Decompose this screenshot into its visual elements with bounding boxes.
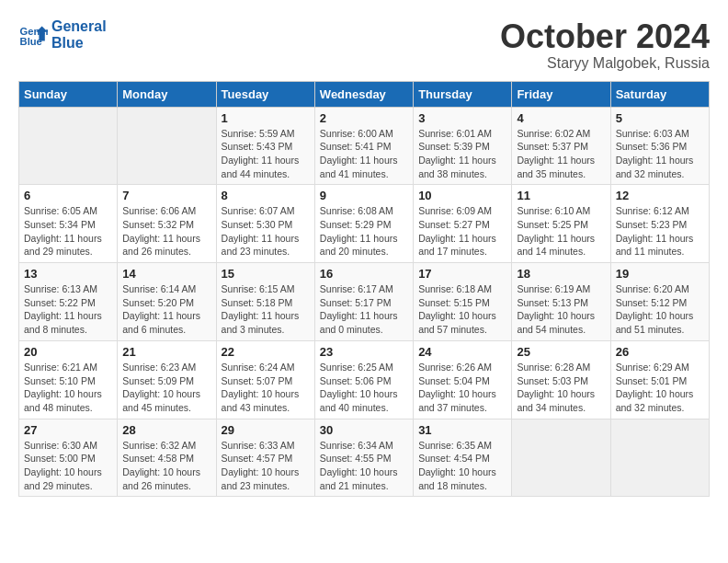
location-subtitle: Staryy Malgobek, Russia [500,55,710,72]
col-header-thursday: Thursday [414,81,512,107]
day-info: Sunrise: 6:21 AMSunset: 5:10 PMDaylight:… [24,361,112,415]
calendar-cell: 9Sunrise: 6:08 AMSunset: 5:29 PMDaylight… [314,185,413,263]
calendar-cell: 13Sunrise: 6:13 AMSunset: 5:22 PMDayligh… [19,263,118,341]
day-info: Sunrise: 6:13 AMSunset: 5:22 PMDaylight:… [24,282,112,337]
calendar-cell: 4Sunrise: 6:02 AMSunset: 5:37 PMDaylight… [512,107,610,185]
title-block: October 2024 Staryy Malgobek, Russia [500,18,710,72]
day-info: Sunrise: 6:33 AMSunset: 4:57 PMDaylight:… [222,439,310,493]
calendar-cell: 3Sunrise: 6:01 AMSunset: 5:39 PMDaylight… [414,107,512,185]
day-number: 14 [122,267,210,281]
day-info: Sunrise: 6:05 AMSunset: 5:34 PMDaylight:… [24,204,112,259]
day-number: 8 [222,189,310,202]
day-info: Sunrise: 6:00 AMSunset: 5:41 PMDaylight:… [320,127,408,181]
day-number: 20 [24,345,112,359]
logo-line2: Blue [51,35,107,52]
day-number: 16 [320,267,408,281]
day-info: Sunrise: 6:18 AMSunset: 5:15 PMDaylight:… [418,282,506,337]
day-number: 2 [320,111,408,125]
calendar-cell: 30Sunrise: 6:34 AMSunset: 4:55 PMDayligh… [314,419,413,497]
day-number: 11 [517,189,605,202]
day-info: Sunrise: 6:02 AMSunset: 5:37 PMDaylight:… [517,127,605,181]
day-number: 21 [122,345,210,359]
day-info: Sunrise: 6:24 AMSunset: 5:07 PMDaylight:… [222,361,310,415]
day-number: 15 [222,267,310,281]
day-info: Sunrise: 6:28 AMSunset: 5:03 PMDaylight:… [517,361,605,415]
day-info: Sunrise: 6:15 AMSunset: 5:18 PMDaylight:… [222,282,310,337]
calendar-cell: 5Sunrise: 6:03 AMSunset: 5:36 PMDaylight… [610,107,709,185]
day-info: Sunrise: 6:19 AMSunset: 5:13 PMDaylight:… [517,282,605,337]
day-number: 24 [418,345,506,359]
col-header-monday: Monday [118,81,216,107]
day-info: Sunrise: 6:06 AMSunset: 5:32 PMDaylight:… [122,204,210,259]
day-number: 27 [24,423,112,437]
calendar-cell: 22Sunrise: 6:24 AMSunset: 5:07 PMDayligh… [216,340,314,419]
calendar-cell: 29Sunrise: 6:33 AMSunset: 4:57 PMDayligh… [216,419,314,497]
week-row-3: 13Sunrise: 6:13 AMSunset: 5:22 PMDayligh… [19,263,710,341]
day-number: 4 [517,111,605,125]
day-info: Sunrise: 5:59 AMSunset: 5:43 PMDaylight:… [222,127,310,181]
calendar-cell: 6Sunrise: 6:05 AMSunset: 5:34 PMDaylight… [19,185,118,263]
calendar-cell: 26Sunrise: 6:29 AMSunset: 5:01 PMDayligh… [610,340,709,419]
day-info: Sunrise: 6:17 AMSunset: 5:17 PMDaylight:… [320,282,408,337]
day-number: 23 [320,345,408,359]
calendar-cell: 12Sunrise: 6:12 AMSunset: 5:23 PMDayligh… [610,185,709,263]
day-number: 31 [418,423,506,437]
calendar-cell [19,107,118,185]
calendar-cell: 19Sunrise: 6:20 AMSunset: 5:12 PMDayligh… [610,263,709,341]
week-row-4: 20Sunrise: 6:21 AMSunset: 5:10 PMDayligh… [19,340,710,419]
day-number: 6 [24,189,112,202]
col-header-saturday: Saturday [610,81,709,107]
day-info: Sunrise: 6:08 AMSunset: 5:29 PMDaylight:… [320,204,408,259]
day-info: Sunrise: 6:07 AMSunset: 5:30 PMDaylight:… [222,204,310,259]
calendar-cell [610,419,709,497]
calendar-cell: 24Sunrise: 6:26 AMSunset: 5:04 PMDayligh… [414,340,512,419]
day-info: Sunrise: 6:03 AMSunset: 5:36 PMDaylight:… [616,127,704,181]
calendar-cell: 1Sunrise: 5:59 AMSunset: 5:43 PMDaylight… [216,107,314,185]
calendar-cell: 21Sunrise: 6:23 AMSunset: 5:09 PMDayligh… [118,340,216,419]
day-info: Sunrise: 6:10 AMSunset: 5:25 PMDaylight:… [517,204,605,259]
day-number: 10 [418,189,506,202]
day-info: Sunrise: 6:25 AMSunset: 5:06 PMDaylight:… [320,361,408,415]
calendar-cell: 27Sunrise: 6:30 AMSunset: 5:00 PMDayligh… [19,419,118,497]
month-title: October 2024 [500,18,710,55]
day-number: 28 [122,423,210,437]
calendar-cell: 8Sunrise: 6:07 AMSunset: 5:30 PMDaylight… [216,185,314,263]
day-number: 19 [616,267,704,281]
svg-text:Blue: Blue [20,37,42,48]
day-number: 5 [616,111,704,125]
day-info: Sunrise: 6:26 AMSunset: 5:04 PMDaylight:… [418,361,506,415]
day-number: 1 [222,111,310,125]
calendar-cell: 31Sunrise: 6:35 AMSunset: 4:54 PMDayligh… [414,419,512,497]
calendar-cell: 16Sunrise: 6:17 AMSunset: 5:17 PMDayligh… [314,263,413,341]
day-info: Sunrise: 6:30 AMSunset: 5:00 PMDaylight:… [24,439,112,493]
calendar-cell: 18Sunrise: 6:19 AMSunset: 5:13 PMDayligh… [512,263,610,341]
header-row: SundayMondayTuesdayWednesdayThursdayFrid… [19,81,710,107]
col-header-sunday: Sunday [19,81,118,107]
day-info: Sunrise: 6:01 AMSunset: 5:39 PMDaylight:… [418,127,506,181]
col-header-wednesday: Wednesday [314,81,413,107]
calendar-cell: 10Sunrise: 6:09 AMSunset: 5:27 PMDayligh… [414,185,512,263]
day-info: Sunrise: 6:34 AMSunset: 4:55 PMDaylight:… [320,439,408,493]
week-row-1: 1Sunrise: 5:59 AMSunset: 5:43 PMDaylight… [19,107,710,185]
calendar-cell: 7Sunrise: 6:06 AMSunset: 5:32 PMDaylight… [118,185,216,263]
calendar-cell: 20Sunrise: 6:21 AMSunset: 5:10 PMDayligh… [19,340,118,419]
calendar-cell: 23Sunrise: 6:25 AMSunset: 5:06 PMDayligh… [314,340,413,419]
col-header-friday: Friday [512,81,610,107]
day-number: 30 [320,423,408,437]
day-info: Sunrise: 6:23 AMSunset: 5:09 PMDaylight:… [122,361,210,415]
day-info: Sunrise: 6:20 AMSunset: 5:12 PMDaylight:… [616,282,704,337]
col-header-tuesday: Tuesday [216,81,314,107]
week-row-2: 6Sunrise: 6:05 AMSunset: 5:34 PMDaylight… [19,185,710,263]
day-info: Sunrise: 6:29 AMSunset: 5:01 PMDaylight:… [616,361,704,415]
day-info: Sunrise: 6:32 AMSunset: 4:58 PMDaylight:… [122,439,210,493]
day-number: 9 [320,189,408,202]
day-number: 25 [517,345,605,359]
logo-line1: General [51,18,107,35]
day-info: Sunrise: 6:35 AMSunset: 4:54 PMDaylight:… [418,439,506,493]
logo: General Blue General Blue [18,18,107,52]
calendar-cell: 15Sunrise: 6:15 AMSunset: 5:18 PMDayligh… [216,263,314,341]
calendar-cell: 2Sunrise: 6:00 AMSunset: 5:41 PMDaylight… [314,107,413,185]
calendar-cell: 28Sunrise: 6:32 AMSunset: 4:58 PMDayligh… [118,419,216,497]
day-number: 13 [24,267,112,281]
day-number: 3 [418,111,506,125]
